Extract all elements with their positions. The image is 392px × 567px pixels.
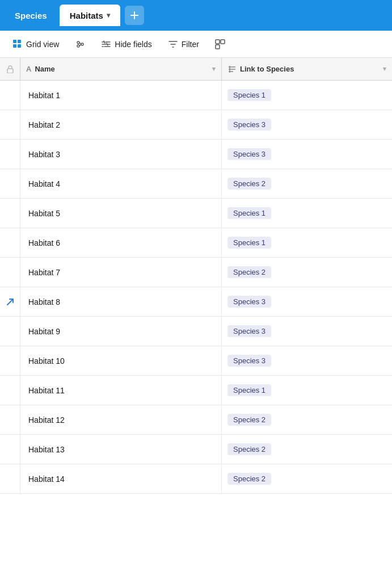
table-row[interactable]: Habitat 9Species 3 [0, 317, 392, 346]
row-link-cell[interactable]: Species 1 [222, 81, 392, 110]
species-badge: Species 1 [227, 207, 271, 219]
row-link-cell[interactable]: Species 3 [222, 140, 392, 169]
row-link-cell[interactable]: Species 1 [222, 228, 392, 257]
species-badge: Species 3 [227, 355, 271, 367]
row-name-cell: Habitat 14 [20, 464, 222, 493]
svg-line-10 [107, 43, 108, 45]
chevron-down-icon: ▾ [107, 11, 110, 19]
species-badge: Species 3 [227, 325, 271, 337]
name-col-expand-icon: ▾ [212, 65, 216, 73]
name-column-label: Name [35, 65, 54, 73]
row-lock-cell [0, 169, 20, 198]
tab-bar: Species Habitats ▾ [0, 0, 392, 31]
tab-species-label: Species [15, 11, 47, 20]
add-tab-button[interactable] [125, 6, 144, 25]
filter-button[interactable]: Filter [162, 36, 205, 53]
share-button[interactable] [69, 36, 91, 53]
row-name-cell: Habitat 5 [20, 199, 222, 228]
group-button[interactable] [209, 36, 231, 53]
row-name-cell: Habitat 6 [20, 228, 222, 257]
species-badge: Species 1 [227, 237, 271, 249]
row-link-cell[interactable]: Species 2 [222, 169, 392, 198]
svg-point-6 [81, 43, 83, 45]
tab-species[interactable]: Species [5, 5, 57, 26]
species-badge: Species 3 [227, 148, 271, 160]
row-link-cell[interactable]: Species 1 [222, 199, 392, 228]
row-link-cell[interactable]: Species 1 [222, 376, 392, 405]
row-link-cell[interactable]: Species 2 [222, 435, 392, 464]
table-row[interactable]: Habitat 14Species 2 [0, 464, 392, 494]
grid-view-button[interactable]: Grid view [7, 36, 65, 53]
grid-container: A Name ▾ Link to Species ▾ Habitat 1Spec… [0, 58, 392, 494]
table-row[interactable]: Habitat 1Species 1 [0, 81, 392, 110]
table-row[interactable]: Habitat 8Species 3 [0, 287, 392, 317]
row-lock-cell [0, 287, 20, 316]
table-row[interactable]: Habitat 11Species 1 [0, 376, 392, 405]
row-link-cell[interactable]: Species 2 [222, 464, 392, 493]
table-row[interactable]: Habitat 3Species 3 [0, 140, 392, 169]
svg-rect-0 [13, 40, 16, 43]
svg-rect-11 [216, 40, 220, 44]
table-row[interactable]: Habitat 6Species 1 [0, 228, 392, 258]
row-lock-cell [0, 346, 20, 375]
tab-habitats-label: Habitats [70, 11, 103, 20]
row-name-cell: Habitat 9 [20, 317, 222, 346]
table-row[interactable]: Habitat 5Species 1 [0, 199, 392, 228]
text-type-icon: A [26, 65, 31, 73]
row-name-cell: Habitat 1 [20, 81, 222, 110]
row-name-cell: Habitat 11 [20, 376, 222, 405]
row-name-cell: Habitat 2 [20, 110, 222, 139]
species-badge: Species 3 [227, 119, 271, 131]
svg-point-4 [77, 41, 79, 44]
row-link-cell[interactable]: Species 3 [222, 317, 392, 346]
plus-icon [130, 11, 138, 19]
link-column-label: Link to Species [240, 65, 294, 73]
hide-fields-button[interactable]: Hide fields [95, 36, 157, 53]
hide-fields-icon [101, 39, 111, 49]
row-name-cell: Habitat 13 [20, 435, 222, 464]
row-lock-cell [0, 140, 20, 169]
toolbar: Grid view Hide fields Filter [0, 31, 392, 58]
table-row[interactable]: Habitat 13Species 2 [0, 435, 392, 464]
row-lock-cell [0, 228, 20, 257]
svg-rect-13 [216, 45, 220, 49]
row-link-cell[interactable]: Species 3 [222, 287, 392, 316]
row-name-cell: Habitat 8 [20, 287, 222, 316]
row-link-cell[interactable]: Species 2 [222, 258, 392, 287]
grid-header: A Name ▾ Link to Species ▾ [0, 58, 392, 81]
lock-icon [7, 65, 14, 73]
name-column-header[interactable]: A Name ▾ [20, 58, 222, 80]
svg-rect-1 [18, 40, 21, 43]
link-column-header[interactable]: Link to Species ▾ [222, 58, 392, 80]
tab-habitats[interactable]: Habitats ▾ [60, 5, 120, 26]
species-badge: Species 2 [227, 473, 271, 485]
species-badge: Species 1 [227, 89, 271, 101]
row-name-cell: Habitat 7 [20, 258, 222, 287]
expand-arrow-icon [6, 297, 15, 306]
svg-rect-2 [13, 44, 16, 48]
svg-point-5 [77, 45, 79, 47]
row-lock-cell [0, 464, 20, 493]
row-link-cell[interactable]: Species 2 [222, 405, 392, 434]
grid-view-label: Grid view [26, 40, 59, 49]
row-lock-cell [0, 81, 20, 110]
row-lock-cell [0, 376, 20, 405]
table-row[interactable]: Habitat 12Species 2 [0, 405, 392, 435]
hide-fields-label: Hide fields [115, 40, 151, 49]
link-col-icon [227, 65, 237, 74]
table-row[interactable]: Habitat 2Species 3 [0, 110, 392, 140]
species-badge: Species 2 [227, 414, 271, 426]
row-lock-cell [0, 405, 20, 434]
row-name-cell: Habitat 3 [20, 140, 222, 169]
row-link-cell[interactable]: Species 3 [222, 346, 392, 375]
filter-label: Filter [182, 40, 199, 49]
row-lock-cell [0, 199, 20, 228]
table-row[interactable]: Habitat 4Species 2 [0, 169, 392, 199]
grid-view-icon [12, 39, 23, 49]
table-row[interactable]: Habitat 7Species 2 [0, 258, 392, 287]
share-icon [75, 39, 85, 49]
row-name-cell: Habitat 12 [20, 405, 222, 434]
row-link-cell[interactable]: Species 3 [222, 110, 392, 139]
species-badge: Species 2 [227, 178, 271, 190]
table-row[interactable]: Habitat 10Species 3 [0, 346, 392, 376]
